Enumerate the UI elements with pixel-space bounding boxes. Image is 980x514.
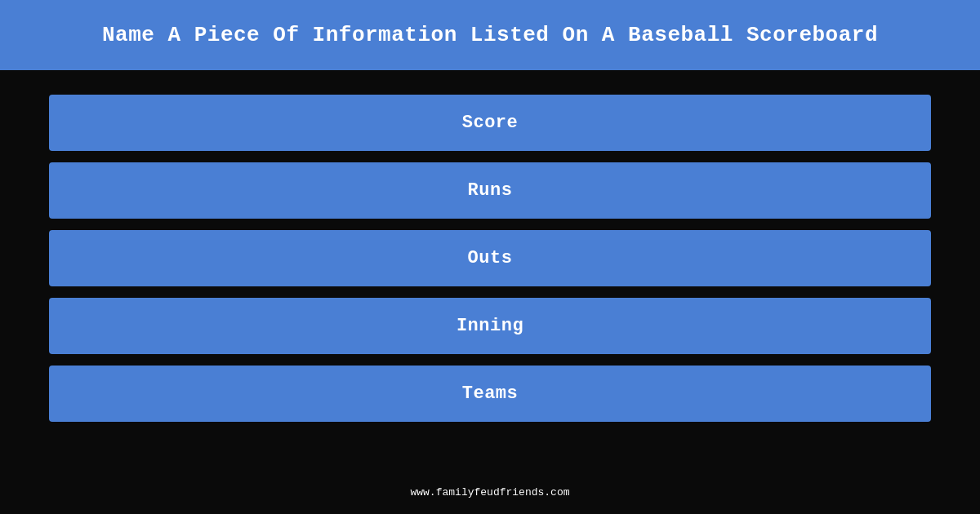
answer-button-1[interactable]: Score [49,95,931,151]
answer-button-2[interactable]: Runs [49,162,931,219]
answer-label-5: Teams [462,383,519,404]
answer-label-1: Score [462,113,519,133]
answer-label-3: Outs [468,248,513,268]
answers-container: Score Runs Outs Inning Teams [0,70,980,438]
answer-button-5[interactable]: Teams [49,366,931,422]
page-title: Name A Piece Of Information Listed On A … [102,23,878,47]
answer-button-3[interactable]: Outs [49,230,931,286]
header: Name A Piece Of Information Listed On A … [0,0,980,70]
footer-url: www.familyfeudfriends.com [410,486,569,498]
answer-label-2: Runs [468,180,513,201]
answer-button-4[interactable]: Inning [49,298,931,354]
footer: www.familyfeudfriends.com [0,485,980,499]
answer-label-4: Inning [457,316,523,336]
